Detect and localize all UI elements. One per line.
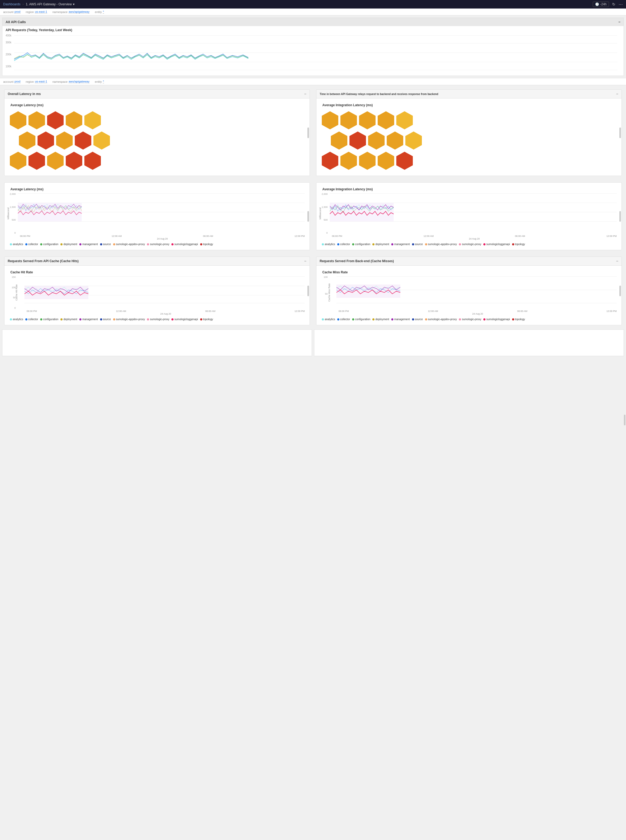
- legend-sumologicloggenapi: sumologicloggenapi: [171, 243, 198, 246]
- management-dot: [79, 243, 81, 246]
- bottom-right-panel: [314, 330, 624, 356]
- integration-latency-header: Time in between API Gateway relays reque…: [316, 90, 621, 99]
- hex-9: [75, 131, 91, 150]
- ch-deployment-dot: [60, 318, 63, 321]
- legend-collector: collector: [25, 243, 38, 246]
- cache-miss-y-axis-label: Cache Miss Rate: [328, 283, 330, 302]
- filter2-namespace-value[interactable]: aws/apigateway: [69, 80, 89, 83]
- avg-latency-chart-body: Average Latency (ms) Millisecond 2,000 1…: [5, 183, 310, 250]
- int-legend-sumologicloggenapi: sumologicloggenapi: [484, 243, 510, 246]
- hex-r14: [378, 152, 394, 170]
- filter2-namespace-label: namespace: [52, 80, 67, 83]
- filter2-region: region us-east-1: [26, 80, 47, 83]
- topology-label: topology: [203, 243, 213, 246]
- ch-topology-label: topology: [203, 318, 213, 321]
- filter-account-value[interactable]: prod: [15, 10, 20, 14]
- overall-latency-collapse[interactable]: −: [304, 92, 306, 96]
- ch-legend-deployment: deployment: [60, 318, 77, 321]
- int-deployment-dot: [372, 243, 374, 246]
- int-y-low: 500: [319, 219, 328, 221]
- int-configuration-dot: [352, 243, 354, 246]
- cm-deployment-dot: [372, 318, 374, 321]
- cache-hits-collapse[interactable]: −: [304, 259, 306, 263]
- cm-y-mid: 50: [319, 293, 328, 295]
- hex-4: [66, 111, 82, 129]
- filter-bar-top: account prod region us-east-1 namespace …: [0, 8, 626, 16]
- hex-r12: [340, 152, 357, 170]
- api-requests-chart-title: API Requests (Today, Yesterday, Last Wee…: [2, 26, 624, 33]
- hex-13: [47, 152, 64, 170]
- cm-topology-label: topology: [515, 318, 525, 321]
- avg-latency-chart-title: Average Latency (ms): [7, 185, 307, 192]
- y-label-200k: 200k: [6, 53, 11, 56]
- avg-latency-time-axis: 06:00 PM 12:00 AM 06:00 AM 12:00 PM: [18, 235, 307, 238]
- hex-8: [56, 131, 73, 150]
- filter2-entity-value[interactable]: *: [103, 80, 104, 83]
- cm-source-dot: [412, 318, 414, 321]
- int-management-label: management: [394, 243, 410, 246]
- avg-integration-subtitle: Average Integration Latency (ms): [319, 101, 619, 108]
- y-max: 2,000: [7, 193, 16, 196]
- int-sumologic-proxy-dot: [459, 243, 461, 246]
- sumologic-proxy-dot: [147, 243, 149, 246]
- source-label: source: [103, 243, 111, 246]
- filter2-region-value[interactable]: us-east-1: [35, 80, 47, 83]
- cm-sumologic-proxy-dot: [459, 318, 461, 321]
- cm-legend-topology: topology: [512, 318, 525, 321]
- left-latency-scrollbar[interactable]: [307, 127, 309, 138]
- cm-configuration-dot: [352, 318, 354, 321]
- legend-configuration: configuration: [40, 243, 58, 246]
- avg-latency-chart-scrollbar[interactable]: [307, 211, 309, 222]
- cm-configuration-label: configuration: [355, 318, 370, 321]
- avg-integration-latency-svg: [330, 192, 617, 227]
- page-title: 1. AWS API Gateway - Overview ▾: [26, 2, 75, 6]
- int-legend-source: source: [412, 243, 423, 246]
- more-options-button[interactable]: ⋯: [618, 2, 623, 7]
- breadcrumb-dashboards[interactable]: Dashboards: [3, 2, 20, 6]
- avg-latency-subtitle: Average Latency (ms): [7, 101, 307, 108]
- cache-hits-scrollbar[interactable]: [307, 286, 309, 296]
- hex-r15: [396, 152, 413, 170]
- filter2-account-value[interactable]: prod: [15, 80, 20, 83]
- filter-region-value[interactable]: us-east-1: [35, 10, 47, 14]
- avg-integration-chart-body: Average Integration Latency (ms) Millise…: [316, 183, 621, 250]
- int-deployment-label: deployment: [375, 243, 389, 246]
- api-requests-chart-svg: [14, 34, 617, 73]
- filter-entity-value[interactable]: *: [103, 10, 104, 14]
- cm-deployment-label: deployment: [375, 318, 389, 321]
- integration-latency-panel: Time in between API Gateway relays reque…: [316, 89, 622, 176]
- integration-latency-body: Average Integration Latency (ms): [316, 99, 621, 176]
- hex-2: [28, 111, 45, 129]
- filter-region: region us-east-1: [26, 10, 47, 14]
- overall-latency-body: Average Latency (ms): [5, 99, 310, 176]
- hex-r9: [387, 131, 403, 150]
- cache-misses-scrollbar[interactable]: [619, 286, 621, 296]
- cm-legend-sumologic-appdev: sumologic-appdev-proxy: [425, 318, 457, 321]
- cache-misses-collapse[interactable]: −: [616, 259, 618, 263]
- int-legend-topology: topology: [512, 243, 525, 246]
- avg-latency-chart-panel: Average Latency (ms) Millisecond 2,000 1…: [4, 182, 310, 250]
- cm-sumologic-appdev-dot: [425, 318, 427, 321]
- integration-latency-collapse[interactable]: −: [616, 92, 618, 96]
- title-dropdown-icon[interactable]: ▾: [73, 2, 75, 6]
- int-latency-chart-scrollbar[interactable]: [619, 211, 621, 222]
- sumologicloggenapi-label: sumologicloggenapi: [174, 243, 198, 246]
- filter-region-label: region: [26, 10, 34, 14]
- cm-sumologic-appdev-label: sumologic-appdev-proxy: [428, 318, 457, 321]
- cache-misses-title: Requests Served From Back-end (Cache Mis…: [320, 259, 394, 263]
- time-label-2: 12:00 AM: [111, 235, 122, 238]
- all-api-calls-collapse[interactable]: −: [618, 20, 620, 24]
- int-time-4: 12:00 PM: [606, 235, 617, 238]
- refresh-button[interactable]: ↻: [612, 2, 615, 6]
- ch-time-3: 06:00 AM: [205, 310, 215, 313]
- cm-collector-dot: [337, 318, 340, 321]
- bottom-left-panel: [2, 330, 312, 356]
- cm-analytics-label: analytics: [325, 318, 335, 321]
- filter-namespace-value[interactable]: aws/apigateway: [69, 10, 89, 14]
- clock-icon: 🕐: [595, 2, 599, 6]
- cm-collector-label: collector: [340, 318, 350, 321]
- int-collector-dot: [337, 243, 340, 246]
- ch-legend-topology: topology: [200, 318, 213, 321]
- right-latency-scrollbar[interactable]: [619, 127, 621, 138]
- time-range-badge[interactable]: 🕐 -24h: [593, 2, 609, 7]
